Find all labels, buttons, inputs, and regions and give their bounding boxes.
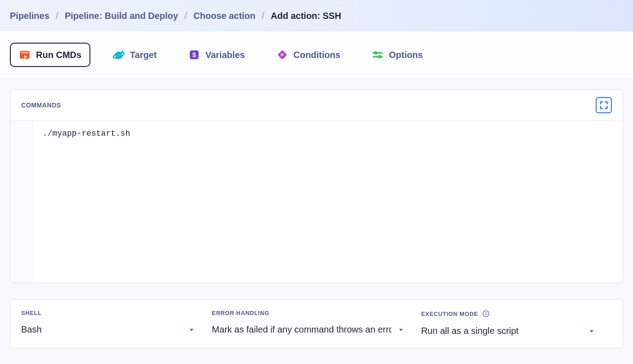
breadcrumb-pipeline-build-deploy[interactable]: Pipeline: Build and Deploy xyxy=(65,11,178,21)
svg-point-13 xyxy=(378,55,382,59)
error-handling-column: ERROR HANDLING Mark as failed if any com… xyxy=(212,310,421,336)
breadcrumb-separator: / xyxy=(56,10,58,22)
error-handling-label: ERROR HANDLING xyxy=(212,310,269,316)
tab-label: Target xyxy=(130,50,157,60)
svg-marker-14 xyxy=(190,328,194,331)
commands-panel: COMMANDS ./myapp-restart.sh xyxy=(10,89,623,283)
breadcrumb-pipelines[interactable]: Pipelines xyxy=(10,11,49,21)
diamond-if-icon: IF xyxy=(276,49,288,61)
shell-label: SHELL xyxy=(21,310,42,316)
tab-label: Conditions xyxy=(294,50,340,60)
content-area: COMMANDS ./myapp-restart.sh SHELL Bash xyxy=(0,79,633,359)
breadcrumb: Pipelines / Pipeline: Build and Deploy /… xyxy=(0,0,633,31)
svg-point-11 xyxy=(374,51,378,55)
execution-mode-label: EXECUTION MODE xyxy=(421,311,478,317)
shell-value: Bash xyxy=(21,324,42,335)
svg-text:IF: IF xyxy=(281,53,284,57)
chevron-down-icon xyxy=(588,327,596,335)
expand-editor-button[interactable] xyxy=(596,97,612,113)
chevron-down-icon xyxy=(187,326,196,334)
error-handling-select[interactable]: Mark as failed if any command throws an … xyxy=(212,324,410,335)
tab-options[interactable]: Options xyxy=(363,43,432,67)
planet-icon xyxy=(113,49,125,61)
svg-point-17 xyxy=(486,312,486,313)
code-editor[interactable]: ./myapp-restart.sh xyxy=(10,121,623,283)
execution-mode-column: EXECUTION MODE Run all as a single scrip… xyxy=(421,310,612,336)
svg-marker-15 xyxy=(399,328,403,331)
tab-conditions[interactable]: IF Conditions xyxy=(267,43,349,67)
tabs-row: Run CMDs Target $ Variables IF Con xyxy=(0,31,633,79)
breadcrumb-separator: / xyxy=(262,10,264,22)
terminal-icon xyxy=(19,49,31,61)
execution-mode-select[interactable]: Run all as a single script xyxy=(421,326,601,336)
tab-label: Variables xyxy=(205,50,245,60)
expand-icon xyxy=(599,100,609,110)
chevron-down-icon xyxy=(397,326,405,334)
tab-label: Run CMDs xyxy=(36,50,81,60)
breadcrumb-separator: / xyxy=(184,10,187,22)
svg-rect-1 xyxy=(21,52,28,53)
commands-panel-header: COMMANDS xyxy=(10,90,623,121)
tab-variables[interactable]: $ Variables xyxy=(179,43,254,67)
tab-label: Options xyxy=(389,50,423,60)
breadcrumb-choose-action[interactable]: Choose action xyxy=(193,11,255,21)
commands-panel-title: COMMANDS xyxy=(21,102,61,109)
shell-column: SHELL Bash xyxy=(21,310,212,336)
sliders-icon xyxy=(372,49,383,61)
svg-rect-18 xyxy=(486,313,486,315)
svg-text:$: $ xyxy=(192,51,196,58)
breadcrumb-current: Add action: SSH xyxy=(271,11,341,21)
editor-gutter xyxy=(10,121,33,283)
shell-select[interactable]: Bash xyxy=(21,324,201,335)
tab-target[interactable]: Target xyxy=(104,43,166,67)
error-handling-value: Mark as failed if any command throws an … xyxy=(212,324,391,335)
svg-point-5 xyxy=(122,50,124,52)
execution-mode-value: Run all as a single script xyxy=(421,326,519,336)
options-row: SHELL Bash ERROR HANDLING Mark as failed… xyxy=(10,299,623,348)
tab-run-cmds[interactable]: Run CMDs xyxy=(10,43,90,67)
code-content[interactable]: ./myapp-restart.sh xyxy=(33,121,623,283)
svg-marker-19 xyxy=(590,330,594,332)
info-icon[interactable] xyxy=(482,310,490,318)
dollar-box-icon: $ xyxy=(188,49,200,61)
